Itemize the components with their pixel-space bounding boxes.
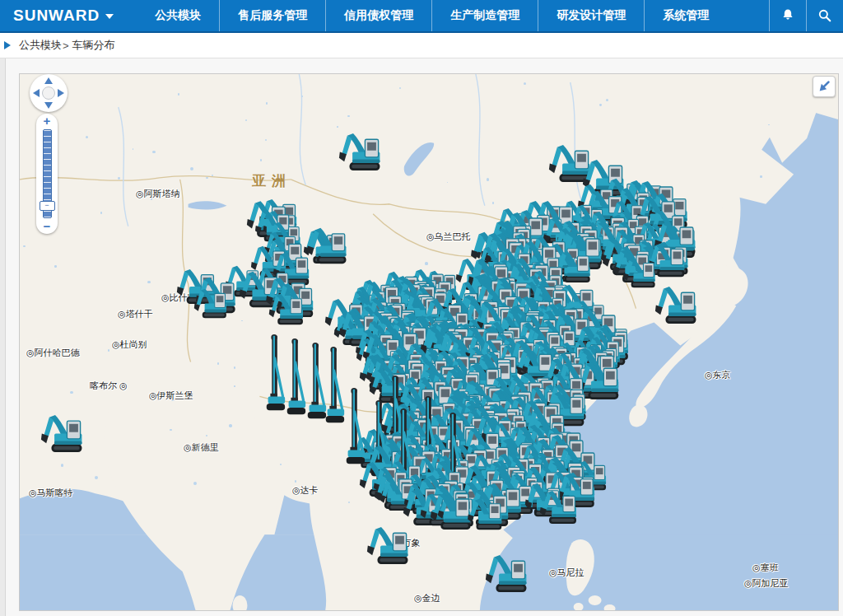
breadcrumb-page: 车辆分布 — [72, 38, 115, 53]
vehicle-marker-drill-rig[interactable] — [263, 334, 286, 414]
vehicle-markers-layer — [20, 74, 838, 610]
map-pan-control[interactable] — [30, 74, 68, 112]
menu-item-0[interactable]: 公共模块 — [137, 0, 219, 31]
zoom-out-button[interactable]: − — [44, 219, 51, 234]
arrow-down-left-icon — [817, 79, 831, 94]
vehicle-marker-excavator[interactable] — [268, 293, 305, 325]
menu-item-4[interactable]: 研发设计管理 — [538, 0, 644, 31]
header-actions — [769, 0, 843, 31]
pan-right-arrow-icon[interactable] — [58, 89, 64, 97]
map-collapse-button[interactable] — [813, 76, 836, 97]
vehicle-marker-excavator[interactable] — [622, 258, 657, 288]
collapse-sidebar-icon[interactable] — [4, 41, 11, 49]
zoom-slider-track[interactable]: − — [43, 129, 52, 218]
vehicle-marker-excavator[interactable] — [467, 498, 505, 530]
pan-left-arrow-icon[interactable] — [33, 89, 40, 97]
collapsed-sidebar-rail[interactable] — [0, 58, 6, 616]
vehicle-marker-excavator[interactable] — [485, 554, 529, 593]
vehicle-marker-excavator[interactable] — [338, 133, 383, 171]
bell-icon — [780, 7, 796, 24]
pan-center-button[interactable] — [42, 86, 55, 100]
pan-down-arrow-icon[interactable] — [44, 102, 53, 109]
vehicle-marker-drill-rig[interactable] — [284, 338, 307, 418]
menu-item-5[interactable]: 系统管理 — [644, 0, 727, 31]
menu-item-2[interactable]: 信用债权管理 — [325, 0, 431, 31]
vehicle-marker-excavator[interactable] — [539, 490, 579, 525]
vehicle-marker-excavator[interactable] — [654, 286, 699, 324]
vehicle-marker-excavator[interactable] — [366, 526, 411, 565]
breadcrumb-section[interactable]: 公共模块 — [19, 38, 62, 53]
pan-up-arrow-icon[interactable] — [44, 77, 53, 84]
zoom-slider-handle[interactable]: − — [40, 201, 55, 211]
main-menu: 公共模块售后服务管理信用债权管理生产制造管理研发设计管理系统管理 — [137, 0, 727, 31]
zoom-in-button[interactable]: + — [44, 114, 51, 128]
search-icon — [817, 7, 833, 24]
vehicle-marker-excavator[interactable] — [306, 227, 349, 264]
vehicle-marker-excavator[interactable] — [193, 288, 229, 319]
breadcrumb-bar: 公共模块 > 车辆分布 — [0, 33, 843, 58]
logo-caret-icon — [105, 14, 114, 19]
app-logo-text: SUNWARD — [13, 7, 100, 25]
vehicle-marker-drill-rig[interactable] — [343, 387, 366, 468]
vehicle-distribution-map[interactable]: 亚洲◎阿斯塔纳◎乌兰巴托◎平壤◎首尔◎东京◎比什凯克◎塔什干◎杜尚别◎阿什哈巴德… — [19, 73, 839, 611]
map-zoom-control[interactable]: + − − — [36, 114, 58, 234]
top-nav-bar: SUNWARD 公共模块售后服务管理信用债权管理生产制造管理研发设计管理系统管理 — [0, 0, 843, 33]
content-area: 亚洲◎阿斯塔纳◎乌兰巴托◎平壤◎首尔◎东京◎比什凯克◎塔什干◎杜尚别◎阿什哈巴德… — [0, 58, 843, 616]
menu-item-3[interactable]: 生产制造管理 — [431, 0, 538, 31]
vehicle-marker-drill-rig[interactable] — [323, 346, 346, 427]
app-logo[interactable]: SUNWARD — [0, 7, 125, 25]
notifications-button[interactable] — [769, 0, 806, 31]
vehicle-marker-excavator[interactable] — [40, 414, 85, 453]
menu-item-1[interactable]: 售后服务管理 — [219, 0, 325, 31]
search-button[interactable] — [806, 0, 843, 31]
breadcrumb-separator: > — [63, 40, 69, 52]
